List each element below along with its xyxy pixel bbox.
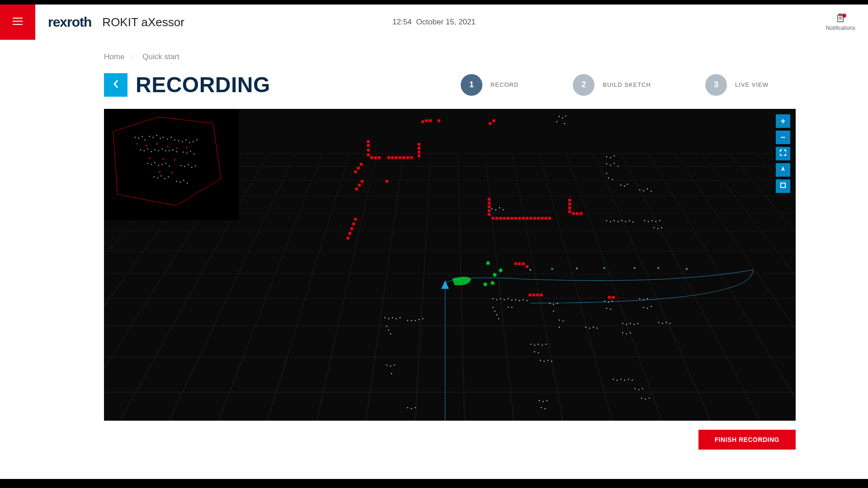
step-label: BUILD SKETCH [603, 81, 651, 88]
svg-rect-29 [418, 150, 420, 153]
minimap-overview[interactable] [104, 109, 240, 221]
svg-text:✱: ✱ [483, 282, 488, 288]
svg-rect-126 [511, 300, 512, 300]
page-title: RECORDING [136, 72, 270, 97]
svg-rect-251 [172, 150, 173, 150]
svg-rect-271 [183, 152, 184, 153]
svg-rect-274 [193, 154, 194, 155]
svg-rect-246 [155, 150, 156, 150]
svg-rect-55 [514, 217, 517, 220]
svg-rect-205 [613, 379, 613, 380]
lidar-viewer[interactable]: ✱✱✱ ✱✱ [104, 109, 796, 421]
svg-rect-230 [135, 137, 136, 138]
svg-rect-262 [161, 175, 162, 176]
step-live-view[interactable]: 3 LIVE VIEW [705, 74, 769, 96]
svg-rect-75 [526, 265, 528, 268]
svg-rect-252 [176, 151, 177, 152]
svg-rect-136 [511, 307, 512, 308]
svg-rect-167 [422, 318, 423, 319]
svg-rect-118 [651, 220, 652, 221]
svg-rect-172 [407, 407, 408, 408]
svg-rect-27 [410, 156, 413, 159]
svg-rect-179 [546, 344, 547, 345]
finish-recording-button[interactable]: FINISH RECORDING [698, 430, 796, 450]
svg-rect-285 [146, 145, 147, 146]
fullscreen-button[interactable] [776, 147, 790, 160]
svg-rect-67 [568, 206, 571, 209]
svg-rect-277 [188, 164, 189, 165]
svg-rect-82 [559, 116, 560, 117]
svg-rect-182 [540, 360, 541, 361]
notifications-label: Notifications [826, 25, 855, 31]
menu-button[interactable] [0, 5, 35, 40]
zoom-in-button[interactable]: + [776, 114, 790, 128]
svg-rect-198 [622, 333, 623, 333]
svg-rect-180 [534, 352, 535, 352]
svg-rect-65 [568, 199, 571, 202]
svg-rect-240 [171, 137, 172, 138]
back-button[interactable] [104, 73, 127, 97]
svg-rect-258 [165, 163, 166, 164]
svg-rect-40 [349, 232, 351, 235]
fullscreen-icon [779, 149, 787, 159]
svg-rect-144 [606, 308, 607, 309]
location-arrow-icon [779, 165, 787, 175]
svg-rect-93 [614, 155, 615, 156]
svg-rect-86 [564, 123, 565, 124]
app-name: ROKIT aXessor [102, 15, 184, 29]
svg-rect-288 [176, 148, 177, 149]
clipboard-icon [835, 13, 845, 23]
svg-rect-81 [612, 296, 614, 299]
svg-rect-21 [387, 156, 390, 159]
svg-rect-17 [367, 154, 370, 156]
step-label: LIVE VIEW [735, 81, 769, 88]
step-record[interactable]: 1 RECORD [461, 74, 519, 96]
notifications-button[interactable]: Notifications [826, 13, 855, 31]
svg-rect-79 [540, 294, 542, 296]
svg-rect-111 [618, 221, 618, 222]
step-build-sketch[interactable]: 2 BUILD SKETCH [573, 74, 651, 96]
svg-rect-53 [507, 217, 509, 220]
svg-rect-88 [495, 209, 496, 210]
reset-view-button[interactable] [776, 179, 790, 193]
breadcrumb-current[interactable]: Quick start [142, 52, 179, 61]
svg-rect-138 [553, 304, 554, 305]
svg-rect-112 [621, 220, 622, 221]
svg-rect-76 [528, 294, 531, 296]
svg-rect-20 [378, 156, 381, 159]
svg-rect-139 [557, 303, 558, 304]
svg-rect-19 [374, 156, 377, 159]
svg-rect-196 [634, 324, 635, 325]
svg-rect-72 [514, 263, 517, 265]
svg-rect-216 [649, 398, 650, 399]
svg-rect-96 [614, 163, 615, 164]
zoom-out-button[interactable]: − [776, 131, 790, 144]
svg-rect-160 [387, 326, 387, 327]
minus-icon: − [781, 133, 786, 142]
svg-rect-261 [157, 177, 158, 178]
svg-rect-147 [643, 299, 644, 300]
svg-rect-218 [542, 401, 543, 402]
svg-rect-122 [496, 299, 497, 300]
breadcrumb-home[interactable]: Home [104, 52, 124, 61]
svg-rect-123 [500, 298, 501, 299]
svg-rect-84 [566, 116, 566, 117]
svg-rect-203 [666, 322, 667, 323]
svg-rect-244 [147, 149, 148, 150]
svg-rect-199 [626, 333, 627, 334]
svg-rect-134 [498, 318, 499, 319]
svg-rect-56 [518, 217, 521, 220]
chevron-left-icon [113, 80, 118, 90]
svg-rect-31 [418, 143, 420, 145]
svg-rect-269 [193, 141, 193, 142]
svg-point-223 [551, 268, 553, 270]
svg-rect-41 [350, 227, 353, 230]
svg-rect-265 [178, 141, 179, 141]
plus-icon: + [781, 117, 786, 126]
svg-rect-37 [355, 188, 358, 190]
svg-rect-78 [536, 294, 539, 296]
svg-rect-85 [557, 121, 557, 122]
recenter-button[interactable] [776, 163, 790, 177]
svg-rect-275 [180, 165, 181, 166]
svg-rect-39 [347, 237, 349, 239]
